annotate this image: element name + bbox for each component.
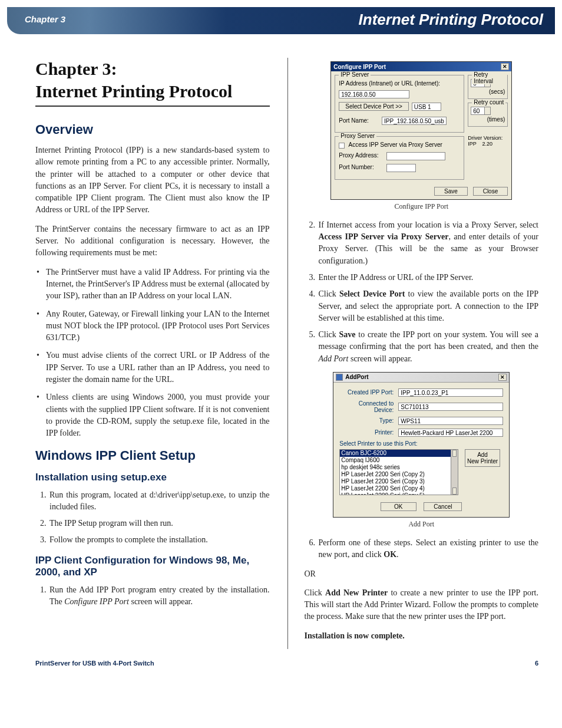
step-text-bold: Save <box>339 330 356 339</box>
chapter-title-line1: Chapter 3: <box>35 59 117 78</box>
bullet-item: Unless clients are using Windows 2000, y… <box>35 391 270 439</box>
port-name-label: Port Name: <box>339 117 380 124</box>
figure-caption: Configure IPP Port <box>305 202 539 211</box>
step-text: screen will appear. <box>129 597 193 606</box>
step-item: Run the Add IPP Port program entry creat… <box>48 584 270 608</box>
step-item: If Internet access from your location is… <box>318 219 539 267</box>
scrollbar[interactable] <box>451 449 458 495</box>
page-header: Chapter 3 Internet Printing Protocol <box>7 7 555 34</box>
select-device-port-button[interactable]: Select Device Port >> <box>339 102 409 111</box>
list-item[interactable]: HP LaserJet 2200 Seri (Copy 4) <box>340 485 451 492</box>
app-icon <box>336 374 343 381</box>
list-item[interactable]: Canon BJC-6200 <box>340 450 451 457</box>
btn-line1: Add <box>477 452 488 458</box>
step-text-italic: Add Port <box>319 354 349 363</box>
step-text-bold: Access IPP Server via Proxy Server <box>319 232 449 241</box>
list-item[interactable]: HP LaserJet 2200 Seri (Copy 3) <box>340 478 451 485</box>
ip-address-input[interactable]: 192.168.0.50 <box>339 90 409 98</box>
spinner-icon[interactable] <box>485 107 491 115</box>
btn-line2: New Printer <box>467 458 498 465</box>
overview-p1: Internet Printing Protocol (IPP) is a ne… <box>35 144 270 216</box>
chapter-title-line2: Internet Printing Protocol <box>35 81 232 101</box>
dialog-title-text: Configure IPP Port <box>333 64 386 70</box>
p-text-bold: Add New Printer <box>325 588 388 597</box>
step-item: Enter the IP Address or URL of the IPP S… <box>318 272 539 284</box>
proxy-port-label: Port Number: <box>339 164 385 170</box>
step-text: . <box>396 550 399 559</box>
dialog-configure-ipp-port: Configure IPP Port ✕ IPP Server IP Addre… <box>330 61 512 200</box>
left-column: Chapter 3: Internet Printing Protocol Ov… <box>35 58 270 649</box>
driver-version-ipp: IPP <box>468 141 476 147</box>
installation-complete: Installation is now complete. <box>305 630 539 642</box>
save-button[interactable]: Save <box>434 187 468 196</box>
step-text: Click <box>319 330 339 339</box>
add-new-printer-button[interactable]: AddNew Printer <box>465 449 500 467</box>
install-steps: Run this program, located at d:\driver\i… <box>35 489 270 546</box>
proxy-port-input[interactable] <box>386 164 416 172</box>
retry-count-unit: (times) <box>471 116 505 123</box>
list-item[interactable]: Compaq IJ600 <box>340 457 451 464</box>
created-port-label: Created IPP Port: <box>339 389 398 396</box>
device-field: SC710113 <box>398 403 503 411</box>
close-icon[interactable]: ✕ <box>501 63 509 70</box>
dialog-titlebar: Configure IPP Port ✕ <box>331 62 511 71</box>
step-text: If Internet access from your location is… <box>319 220 539 229</box>
step-item: Click Select Device Port to view the ava… <box>318 288 539 324</box>
retry-count-input[interactable]: 60 <box>471 107 485 115</box>
list-item[interactable]: hp deskjet 948c series <box>340 464 451 471</box>
right-column: Configure IPP Port ✕ IPP Server IP Addre… <box>287 58 539 649</box>
group-retry-interval: Retry Interval 5 (secs) <box>468 75 508 99</box>
group-proxy-server: Proxy Server Access IPP Server via Proxy… <box>335 136 464 179</box>
dialog-titlebar: AddPort ✕ <box>333 373 509 383</box>
figure-configure-ipp-port: Configure IPP Port ✕ IPP Server IP Addre… <box>305 61 539 211</box>
chapter-title: Chapter 3: Internet Printing Protocol <box>35 58 270 107</box>
bullet-item: Any Router, Gateway, or Firewall linking… <box>35 308 270 344</box>
figure-caption: Add Port <box>305 520 539 529</box>
proxy-address-input[interactable] <box>386 152 445 160</box>
step-text-bold: OK <box>384 550 396 559</box>
config-steps-left: Run the Add IPP Port program entry creat… <box>35 584 270 608</box>
proxy-address-label: Proxy Address: <box>339 152 385 159</box>
step-item: Perform one of these steps. Select an ex… <box>318 537 539 561</box>
device-port-field: USB 1 <box>412 103 441 111</box>
group-label: Proxy Server <box>339 133 376 139</box>
dialog-add-port: AddPort ✕ Created IPP Port: IPP_11.0.0.2… <box>333 372 510 518</box>
driver-version-value: 2.20 <box>482 141 493 147</box>
add-new-printer-paragraph: Click Add New Printer to create a new pr… <box>305 587 539 623</box>
list-item[interactable]: HP LaserJet 2200 Seri (Copy 2) <box>340 471 451 478</box>
figure-add-port: AddPort ✕ Created IPP Port: IPP_11.0.0.2… <box>305 372 539 529</box>
step-text-italic: Configure IPP Port <box>64 597 129 606</box>
step-text-bold: Select Device Port <box>339 289 405 298</box>
install-subheading: Installation using setup.exe <box>35 472 270 483</box>
step-item: Click Save to create the IPP port on you… <box>318 329 539 365</box>
printer-field: Hewlett-Packard HP LaserJet 2200 <box>398 429 503 437</box>
config-subheading: IPP Client Configuration for Windows 98,… <box>35 555 270 578</box>
proxy-checkbox[interactable] <box>339 143 345 149</box>
or-text: OR <box>305 568 539 580</box>
p-text: Click <box>305 588 326 597</box>
group-label: Retry Interval <box>472 71 507 84</box>
config-steps-right-cont: Perform one of these steps. Select an ex… <box>305 537 539 561</box>
config-steps-right: If Internet access from your location is… <box>305 219 539 365</box>
group-ipp-server: IPP Server IP Address (Intranet) or URL … <box>335 75 464 133</box>
cancel-button[interactable]: Cancel <box>424 502 462 511</box>
win-ipp-heading: Windows IPP Client Setup <box>35 448 270 463</box>
port-name-input[interactable]: IPP_192.168.0.50_usb <box>382 117 447 125</box>
ip-label: IP Address (Intranet) or URL (Internet): <box>339 80 460 87</box>
group-label: IPP Server <box>339 71 371 78</box>
step-text: Perform one of these steps. Select an ex… <box>319 538 539 559</box>
close-button[interactable]: Close <box>473 187 508 196</box>
driver-version-label: Driver Version: <box>468 135 508 141</box>
group-retry-count: Retry count 60 (times) <box>468 103 508 127</box>
device-label: Connected to Device: <box>339 400 398 413</box>
group-label: Retry count <box>472 99 505 106</box>
ok-button[interactable]: OK <box>381 502 416 511</box>
step-item: Run this program, located at d:\driver\i… <box>48 489 270 513</box>
dialog-title-text: AddPort <box>345 374 368 380</box>
close-icon[interactable]: ✕ <box>498 374 507 381</box>
list-item[interactable]: HP LaserJet 2200 Seri (Copy 5) <box>340 492 451 495</box>
bullet-item: You must advise clients of the correct U… <box>35 350 270 386</box>
bullet-item: The PrintServer must have a valid IP Add… <box>35 266 270 302</box>
driver-version-block: Driver Version: IPP 2.20 <box>468 135 508 147</box>
printer-listbox[interactable]: Canon BJC-6200 Compaq IJ600 hp deskjet 9… <box>339 449 451 495</box>
